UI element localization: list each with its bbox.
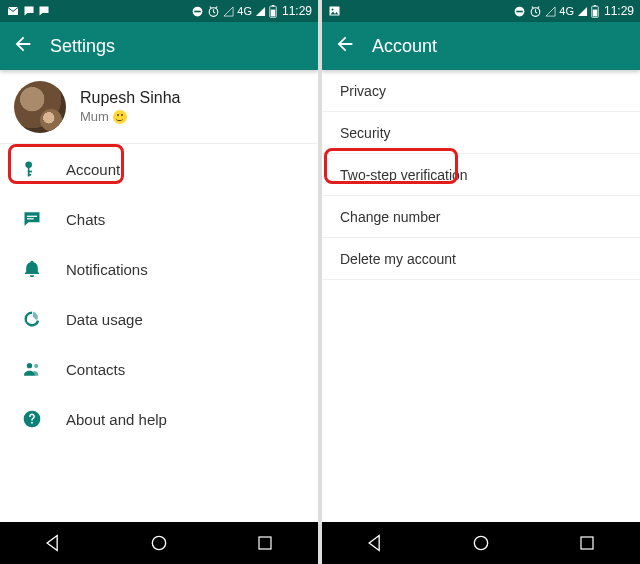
settings-item-label: Notifications <box>66 261 148 278</box>
svg-rect-28 <box>581 537 593 549</box>
svg-point-17 <box>152 536 165 549</box>
chat-bubble-icon <box>20 207 44 231</box>
status-time: 11:29 <box>282 4 312 18</box>
settings-item-label: Contacts <box>66 361 125 378</box>
svg-point-20 <box>332 9 334 11</box>
svg-rect-12 <box>27 218 34 219</box>
svg-point-14 <box>34 364 38 368</box>
svg-rect-22 <box>517 10 524 12</box>
network-label: 4G <box>559 5 574 17</box>
nav-home-button[interactable] <box>459 528 503 558</box>
chat-icon <box>23 5 35 17</box>
account-item-change-number[interactable]: Change number <box>322 196 640 238</box>
nav-bar <box>0 522 318 564</box>
status-time: 11:29 <box>604 4 634 18</box>
svg-point-27 <box>474 536 487 549</box>
app-bar: Settings <box>0 22 318 70</box>
settings-item-account[interactable]: Account <box>0 144 318 194</box>
signal-empty-icon <box>223 6 234 17</box>
signal-icon <box>577 6 588 17</box>
network-label: 4G <box>237 5 252 17</box>
settings-item-data-usage[interactable]: Data usage <box>0 294 318 344</box>
page-title: Settings <box>50 36 115 57</box>
bell-icon <box>20 257 44 281</box>
app-bar: Account <box>322 22 640 70</box>
help-icon <box>20 407 44 431</box>
nav-back-button[interactable] <box>353 528 397 558</box>
account-item-delete[interactable]: Delete my account <box>322 238 640 280</box>
nav-home-button[interactable] <box>137 528 181 558</box>
mail-icon <box>6 5 20 17</box>
settings-item-label: Chats <box>66 211 105 228</box>
account-item-two-step[interactable]: Two-step verification <box>322 154 640 196</box>
settings-list: Account Chats Notifications <box>0 144 318 444</box>
svg-point-16 <box>31 422 33 424</box>
profile-name: Rupesh Sinha <box>80 89 181 107</box>
avatar <box>14 81 66 133</box>
account-item-label: Security <box>340 125 391 141</box>
svg-rect-6 <box>271 9 276 16</box>
svg-rect-25 <box>594 5 597 6</box>
data-usage-icon <box>20 307 44 331</box>
alarm-icon <box>207 5 220 18</box>
dnd-icon <box>513 5 526 18</box>
svg-rect-5 <box>272 5 275 6</box>
back-icon[interactable] <box>334 33 356 59</box>
account-item-label: Delete my account <box>340 251 456 267</box>
settings-item-contacts[interactable]: Contacts <box>0 344 318 394</box>
settings-item-label: Account <box>66 161 120 178</box>
signal-empty-icon <box>545 6 556 17</box>
account-item-privacy[interactable]: Privacy <box>322 70 640 112</box>
account-item-label: Privacy <box>340 83 386 99</box>
back-icon[interactable] <box>12 33 34 59</box>
nav-back-button[interactable] <box>31 528 75 558</box>
account-list: Privacy Security Two-step verification C… <box>322 70 640 280</box>
profile-status-text: Mum <box>80 109 109 124</box>
svg-rect-10 <box>28 174 31 176</box>
svg-rect-18 <box>259 537 271 549</box>
account-item-label: Change number <box>340 209 440 225</box>
svg-point-13 <box>27 363 32 368</box>
page-title: Account <box>372 36 437 57</box>
svg-rect-11 <box>27 216 37 217</box>
alarm-icon <box>529 5 542 18</box>
signal-icon <box>255 6 266 17</box>
contacts-icon <box>20 357 44 381</box>
svg-rect-9 <box>28 171 32 173</box>
image-icon <box>328 5 341 17</box>
settings-item-about[interactable]: About and help <box>0 394 318 444</box>
phone-right: 4G 11:29 Account Privacy Security Two-st… <box>322 0 640 564</box>
nav-recent-button[interactable] <box>243 528 287 558</box>
key-icon <box>20 157 44 181</box>
battery-icon <box>591 5 599 18</box>
account-item-security[interactable]: Security <box>322 112 640 154</box>
smile-emoji-icon <box>113 110 127 124</box>
battery-icon <box>269 5 277 18</box>
nav-recent-button[interactable] <box>565 528 609 558</box>
account-item-label: Two-step verification <box>340 167 468 183</box>
settings-item-label: About and help <box>66 411 167 428</box>
status-bar: 4G 11:29 <box>0 0 318 22</box>
settings-item-label: Data usage <box>66 311 143 328</box>
profile-status: Mum <box>80 109 181 124</box>
svg-rect-2 <box>195 10 202 12</box>
settings-item-chats[interactable]: Chats <box>0 194 318 244</box>
svg-point-7 <box>25 162 32 169</box>
svg-rect-26 <box>593 9 598 16</box>
nav-bar <box>322 522 640 564</box>
profile-row[interactable]: Rupesh Sinha Mum <box>0 70 318 144</box>
chat-icon-2 <box>38 5 50 17</box>
settings-item-notifications[interactable]: Notifications <box>0 244 318 294</box>
dnd-icon <box>191 5 204 18</box>
phone-left: 4G 11:29 Settings Rupesh Sinha Mum <box>0 0 318 564</box>
status-bar: 4G 11:29 <box>322 0 640 22</box>
